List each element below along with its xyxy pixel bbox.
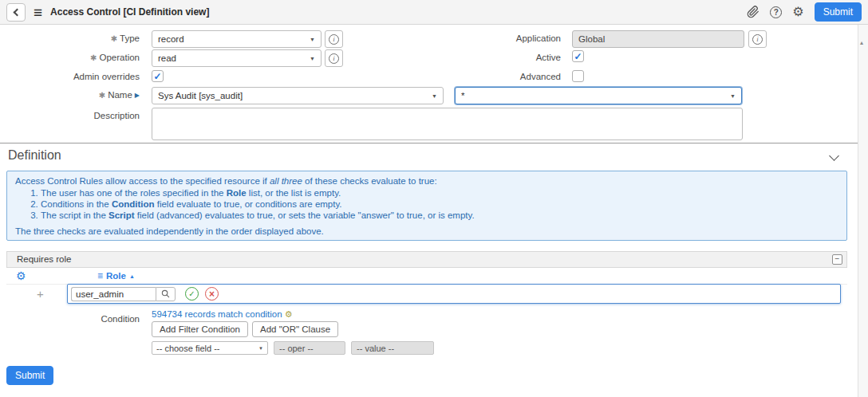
advanced-checkbox[interactable] bbox=[572, 70, 584, 82]
chevron-down-icon: ▼ bbox=[310, 37, 315, 42]
info-icon: i bbox=[329, 53, 339, 64]
name-table-value: Sys Audit [sys_audit] bbox=[158, 91, 243, 100]
type-label: ✱Type bbox=[0, 33, 140, 43]
list-item: Conditions in the Condition field evalua… bbox=[41, 199, 838, 210]
list-item: The script in the Script field (advanced… bbox=[41, 210, 838, 221]
choose-field-select[interactable]: -- choose field --▼ bbox=[152, 341, 268, 355]
condition-buttons: Add Filter Condition Add "OR" Clause bbox=[152, 321, 338, 337]
requires-role-title: Requires role bbox=[17, 254, 71, 264]
list-item: The user has one of the roles specified … bbox=[41, 188, 838, 198]
role-column-header[interactable]: ≡ Role ▲ bbox=[97, 270, 135, 281]
active-label: Active bbox=[421, 53, 561, 62]
scroll-up-arrow-icon: ▴ bbox=[860, 39, 863, 46]
role-edit-row: ✓ × bbox=[67, 284, 841, 304]
check-icon: ✓ bbox=[153, 72, 161, 81]
chevron-down-icon: ▼ bbox=[730, 93, 736, 99]
condition-match-row: 594734 records match condition ⚙ bbox=[152, 309, 293, 319]
column-menu-icon: ≡ bbox=[97, 270, 103, 281]
type-select-value: record bbox=[158, 34, 184, 44]
info-intro: Access Control Rules allow access to the… bbox=[15, 176, 838, 187]
page-title: Access Control [CI Definition view] bbox=[50, 6, 209, 18]
choose-field-value: -- choose field -- bbox=[156, 344, 219, 353]
advanced-label: Advanced bbox=[421, 72, 561, 81]
search-icon bbox=[161, 289, 170, 298]
role-column-label: Role bbox=[106, 271, 126, 281]
active-checkbox[interactable]: ✓ bbox=[572, 50, 584, 62]
name-label: ✱Name▶ bbox=[0, 90, 140, 100]
records-match-link[interactable]: 594734 records match condition bbox=[152, 309, 282, 319]
expand-arrow-icon[interactable]: ▶ bbox=[135, 92, 140, 99]
submit-button-header[interactable]: Submit bbox=[815, 2, 862, 22]
add-filter-condition-button[interactable]: Add Filter Condition bbox=[152, 321, 248, 337]
chevron-down-icon: ▼ bbox=[258, 346, 263, 351]
help-icon[interactable]: ? bbox=[770, 6, 782, 18]
application-field: Global bbox=[572, 30, 744, 48]
operation-select-value: read bbox=[158, 53, 176, 63]
chevron-down-icon: ▼ bbox=[310, 56, 315, 61]
description-textarea[interactable] bbox=[152, 108, 743, 140]
list-settings-gear-icon[interactable]: ⚙ bbox=[16, 269, 26, 283]
collapse-section-chevron-icon[interactable] bbox=[829, 151, 839, 161]
mandatory-icon: ✱ bbox=[90, 53, 97, 62]
sort-ascending-icon: ▲ bbox=[129, 273, 135, 279]
section-divider bbox=[0, 143, 858, 143]
mandatory-icon: ✱ bbox=[99, 91, 105, 100]
role-list-header-row: ⚙ ≡ Role ▲ bbox=[6, 268, 847, 285]
operation-select[interactable]: read▼ bbox=[152, 49, 322, 67]
gear-icon[interactable]: ⚙ bbox=[792, 6, 803, 18]
mandatory-icon: ✱ bbox=[111, 34, 117, 43]
context-menu-icon[interactable]: ≡ bbox=[34, 5, 42, 20]
submit-button-footer[interactable]: Submit bbox=[6, 366, 53, 385]
check-icon: ✓ bbox=[574, 52, 582, 61]
paperclip-icon[interactable] bbox=[747, 6, 760, 18]
name-table-select[interactable]: Sys Audit [sys_audit]▼ bbox=[152, 87, 444, 104]
chevron-down-icon: ▼ bbox=[432, 93, 437, 99]
save-row-button[interactable]: ✓ bbox=[185, 287, 199, 301]
application-label: Application bbox=[421, 33, 561, 43]
back-button[interactable] bbox=[6, 3, 26, 22]
condition-label: Condition bbox=[0, 314, 140, 324]
role-lookup-button[interactable] bbox=[156, 287, 176, 301]
application-info-button[interactable]: i bbox=[748, 30, 767, 48]
operator-field: -- oper -- bbox=[274, 341, 345, 355]
type-info-button[interactable]: i bbox=[325, 30, 343, 48]
value-field: -- value -- bbox=[351, 341, 434, 355]
name-wildcard-value: * bbox=[461, 91, 464, 100]
add-row-icon[interactable]: + bbox=[37, 288, 44, 300]
admin-overrides-checkbox[interactable]: ✓ bbox=[152, 70, 164, 82]
description-label: Description bbox=[0, 111, 140, 120]
cancel-row-button[interactable]: × bbox=[205, 287, 219, 301]
requires-role-header[interactable]: Requires role − bbox=[6, 251, 847, 268]
condition-builder-row: -- choose field --▼ -- oper -- -- value … bbox=[152, 341, 434, 355]
info-footer-text: The three checks are evaluated independe… bbox=[15, 226, 838, 237]
access-control-form-page: ≡ Access Control [CI Definition view] ? … bbox=[0, 0, 868, 397]
type-select[interactable]: record▼ bbox=[152, 30, 322, 48]
header-actions: ? ⚙ Submit bbox=[747, 2, 862, 22]
add-or-clause-button[interactable]: Add "OR" Clause bbox=[252, 321, 338, 337]
condition-refresh-gear-icon[interactable]: ⚙ bbox=[285, 310, 293, 319]
definition-section-title: Definition bbox=[8, 148, 61, 163]
chevron-left-icon bbox=[14, 8, 22, 16]
info-checks-list: The user has one of the roles specified … bbox=[15, 188, 838, 221]
form-header-bar: ≡ Access Control [CI Definition view] ? … bbox=[0, 0, 868, 25]
info-icon: i bbox=[752, 34, 763, 45]
admin-overrides-label: Admin overrides bbox=[0, 72, 140, 81]
acl-info-box: Access Control Rules allow access to the… bbox=[6, 171, 847, 241]
operation-label: ✱Operation bbox=[0, 53, 140, 62]
name-wildcard-select[interactable]: *▼ bbox=[455, 87, 742, 104]
vertical-scrollbar[interactable]: ▴ bbox=[858, 25, 868, 397]
operation-info-button[interactable]: i bbox=[325, 49, 343, 67]
role-reference-input[interactable] bbox=[71, 287, 156, 301]
info-icon: i bbox=[329, 34, 339, 45]
collapse-list-button[interactable]: − bbox=[832, 254, 842, 265]
